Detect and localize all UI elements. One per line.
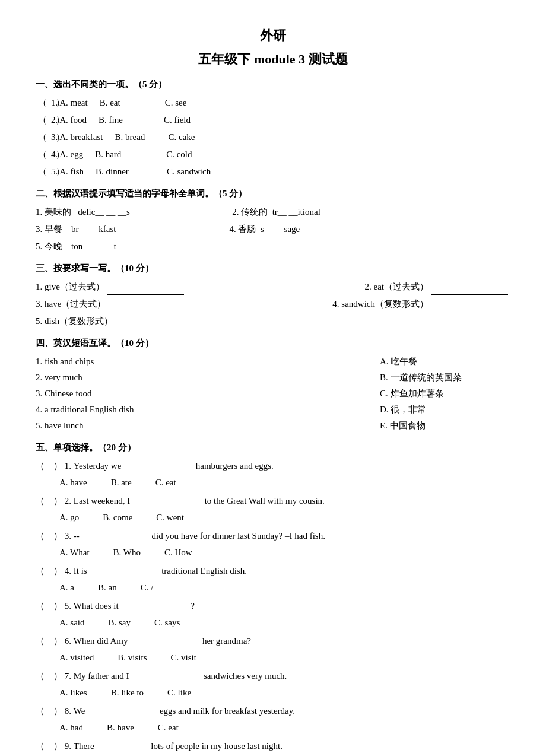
q1-num: 1. A. meat <box>51 95 88 111</box>
s5-q5-b: B. say <box>109 615 131 631</box>
s5-q2-stem: 2. Last weekend, I to the Great Wall wit… <box>65 496 325 506</box>
s5-q1-blank <box>126 474 191 474</box>
s4-l4: 4. a traditional English dish <box>36 402 380 418</box>
s3-blank4 <box>431 312 508 312</box>
q2-num: 2. A. food <box>51 112 87 128</box>
s5-q8-stem: 8. We eggs and milk for breakfast yester… <box>65 706 295 716</box>
s4-r2: B. 一道传统的英国菜 <box>380 370 510 386</box>
s3-row1: 1. give（过去式） 2. eat（过去式） <box>36 279 510 295</box>
section1-header: 一、选出不同类的一项。（5 分） <box>36 77 510 93</box>
s3-r1-left: 1. give（过去式） <box>36 279 186 295</box>
s5-q4-stem-row: （ ） 4. It is traditional English dish. <box>36 563 510 579</box>
section5-content: （ ） 1. Yesterday we hamburgers and eggs.… <box>36 458 510 756</box>
q3-line: （ ） 3. A. breakfast B. bread C. cake <box>36 129 510 145</box>
s5-q2-b: B. come <box>103 510 132 526</box>
s5-q3-a: A. What <box>59 545 90 561</box>
s2-r2-left: 3. 早餐 br__ __kfast <box>36 221 116 237</box>
s5-q4-choices: A. a B. an C. / <box>36 580 510 596</box>
s5-q3-stem: 3. -- did you have for dinner last Sunda… <box>65 531 325 541</box>
q4-line: （ ） 4. A. egg B. hard C. cold <box>36 147 510 163</box>
s5-q6-a: A. visited <box>59 650 94 666</box>
q2-b: B. fine <box>87 112 164 128</box>
s5-q4-stem: 4. It is traditional English dish. <box>65 566 247 576</box>
q5-c: C. sandwich <box>167 164 211 180</box>
s5-q4-paren: （ ） <box>36 566 62 576</box>
s3-blank5 <box>115 329 192 329</box>
section5-header: 五、单项选择。（20 分） <box>36 440 510 456</box>
s5-q8-choices: A. had B. have C. eat <box>36 720 510 736</box>
s3-row2: 3. have（过去式） 4. sandwich（复数形式） <box>36 296 510 312</box>
s5-q4-c: C. / <box>141 580 154 596</box>
q1-c: C. see <box>165 95 187 111</box>
s2-r2-right: 4. 香肠 s__ __sage <box>229 221 300 237</box>
s4-l2: 2. very much <box>36 370 380 386</box>
q2-c: C. field <box>164 112 191 128</box>
s5-q5-a: A. said <box>59 615 85 631</box>
s5-q1-b: B. ate <box>111 475 132 491</box>
s2-r3-left: 5. 今晚 ton__ __ __t <box>36 242 116 251</box>
s5-q4-a: A. a <box>59 580 74 596</box>
s4-l1: 1. fish and chips <box>36 354 380 370</box>
s5-q5-stem-row: （ ） 5. What does it ? <box>36 598 510 614</box>
title-line2: 五年级下 module 3 测试题 <box>36 47 510 71</box>
s5-q4-blank <box>91 579 157 579</box>
s5-q9-stem: 9. There lots of people in my house last… <box>65 741 282 751</box>
s4-left-col: 1. fish and chips 2. very much 3. Chines… <box>36 354 380 434</box>
s2-row3: 5. 今晚 ton__ __ __t <box>36 239 510 255</box>
s5-q8-b: B. have <box>107 720 134 736</box>
s4-r5: E. 中国食物 <box>380 418 510 434</box>
s3-r2-left: 3. have（过去式） <box>36 296 188 312</box>
s5-q1-paren: （ ） <box>36 461 62 471</box>
s5-q3-c: C. How <box>164 545 192 561</box>
section2-content: 1. 美味的 delic__ __ __s 2. 传统的 tr__ __itio… <box>36 204 510 255</box>
q1-b: B. eat <box>88 95 165 111</box>
section4-header: 四、英汉短语互译。（10 分） <box>36 335 510 351</box>
q5-paren: （ ） <box>38 164 51 180</box>
s5-q7-a: A. likes <box>59 685 87 701</box>
s2-r1-left: 1. 美味的 delic__ __ __s <box>36 204 130 220</box>
q3-b: B. bread <box>103 129 168 145</box>
s3-r1-right: 2. eat（过去式） <box>365 279 510 295</box>
s2-r1-right: 2. 传统的 tr__ __itional <box>232 204 320 220</box>
q5-b: B. dinner <box>84 164 167 180</box>
s5-q5-choices: A. said B. say C. says <box>36 615 510 631</box>
title-line1: 外研 <box>36 24 510 47</box>
s4-r3: C. 炸鱼加炸薯条 <box>380 386 510 402</box>
section1-questions: （ ） 1. A. meat B. eat C. see （ ） 2. A. f… <box>36 95 510 180</box>
s2-row1: 1. 美味的 delic__ __ __s 2. 传统的 tr__ __itio… <box>36 204 510 220</box>
section3-content: 1. give（过去式） 2. eat（过去式） 3. have（过去式） 4.… <box>36 279 510 329</box>
s5-q1-choices: A. have B. ate C. eat <box>36 475 510 491</box>
s5-q1-stem: 1. Yesterday we hamburgers and eggs. <box>65 461 274 471</box>
s5-q7-blank <box>134 684 199 684</box>
s4-r1: A. 吃午餐 <box>380 354 510 370</box>
q1-paren: （ ） <box>38 95 51 111</box>
q4-c: C. cold <box>166 147 192 163</box>
s2-row2: 3. 早餐 br__ __kfast 4. 香肠 s__ __sage <box>36 221 510 237</box>
q2-paren: （ ） <box>38 112 51 128</box>
s5-q3-blank <box>82 544 147 544</box>
s5-q6-c: C. visit <box>171 650 196 666</box>
s3-r3-left: 5. dish（复数形式） <box>36 316 195 326</box>
s4-r4: D. 很，非常 <box>380 402 510 418</box>
q5-line: （ ） 5. A. fish B. dinner C. sandwich <box>36 164 510 180</box>
s5-q6-blank <box>132 649 198 649</box>
s5-q2-stem-row: （ ） 2. Last weekend, I to the Great Wall… <box>36 493 510 509</box>
s5-q8-blank <box>90 719 155 719</box>
q1-line: （ ） 1. A. meat B. eat C. see <box>36 95 510 111</box>
q2-line: （ ） 2. A. food B. fine C. field <box>36 112 510 128</box>
s5-q7-c: C. like <box>167 685 191 701</box>
s5-q9-paren: （ ） <box>36 741 62 751</box>
s5-q9-stem-row: （ ） 9. There lots of people in my house … <box>36 738 510 754</box>
s3-r2-right: 4. sandwich（复数形式） <box>332 296 510 312</box>
s5-q1-stem-row: （ ） 1. Yesterday we hamburgers and eggs. <box>36 458 510 474</box>
s5-q8-c: C. eat <box>158 720 179 736</box>
page-title: 外研 五年级下 module 3 测试题 <box>36 24 510 71</box>
s5-q7-stem: 7. My father and I sandwiches very much. <box>65 671 287 681</box>
s5-q6-b: B. visits <box>118 650 147 666</box>
s5-q7-paren: （ ） <box>36 671 62 681</box>
s4-l5: 5. have lunch <box>36 418 380 434</box>
s5-q3-paren: （ ） <box>36 531 62 541</box>
s5-q6-stem: 6. When did Amy her grandma? <box>65 636 251 646</box>
section3-header: 三、按要求写一写。（10 分） <box>36 261 510 277</box>
s5-q3-stem-row: （ ） 3. -- did you have for dinner last S… <box>36 528 510 544</box>
